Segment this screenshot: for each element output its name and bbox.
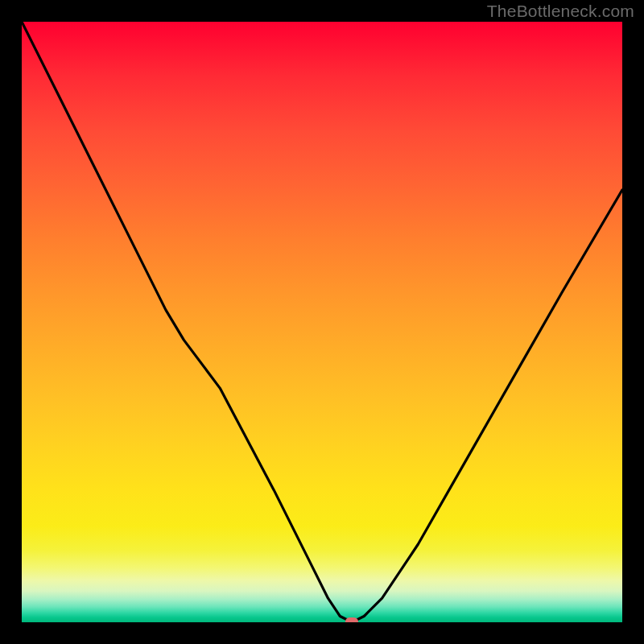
watermark-text: TheBottleneck.com	[487, 2, 634, 21]
plot-area	[22, 22, 622, 622]
bottleneck-curve	[22, 22, 622, 622]
chart-frame: TheBottleneck.com	[0, 0, 644, 644]
minimum-marker-icon	[345, 617, 358, 622]
